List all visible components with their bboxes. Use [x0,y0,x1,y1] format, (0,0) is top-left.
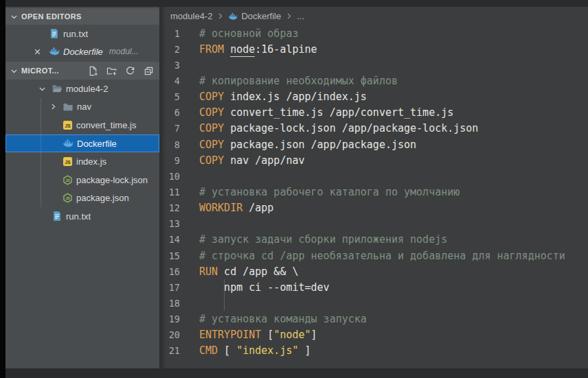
explorer-section-header[interactable]: MICROT... [5,62,159,80]
breadcrumb-item-module4-2[interactable]: module4-2 [170,11,212,21]
tree-chevron-slot [47,119,59,131]
breadcrumb-label: Dockerfile [241,11,281,21]
code-line-5[interactable]: 5COPY index.js /app/index.js [159,89,588,105]
line-number: 19 [159,314,180,324]
tree-item-label: package-lock.json [76,175,148,185]
tree-item-package-lock-json[interactable]: JSpackage-lock.json [5,171,159,189]
code-line-12[interactable]: 12WORKDIR /app [159,200,588,216]
code-line-15[interactable]: 15# строчка cd /app необязательна и доба… [159,248,588,263]
tree-chevron-slot [47,101,59,113]
line-number: 5 [159,91,180,102]
code-line-text: # копирование необходимых файлов [180,75,398,87]
code-line-13[interactable]: 13 [159,216,588,232]
code-line-text: FROM node:16-alpine [180,43,317,56]
code-line-text: # запуск задачи сборки приложения nodejs [180,233,447,246]
line-number: 6 [159,107,180,118]
breadcrumb-label: module4-2 [170,11,212,21]
code-line-4[interactable]: 4# копирование необходимых файлов [159,73,588,88]
tree-item-run-txt[interactable]: run.txt [5,207,159,226]
tree-item-dockerfile[interactable]: Dockerfile [5,134,159,153]
line-number: 10 [159,171,180,182]
open-editor-label: Dockerfile [63,47,103,57]
open-editors-header[interactable]: OPEN EDITORS [5,8,159,25]
line-number: 20 [159,329,180,340]
code-line-7[interactable]: 7COPY package-lock.json /app/package-loc… [159,121,588,137]
breadcrumb: module4-2Dockerfile... [159,7,588,25]
tree-chevron-slot [47,137,59,150]
line-number: 12 [159,202,180,213]
svg-text:JS: JS [65,196,70,200]
js-file-icon: JS [63,120,73,130]
refresh-explorer-button[interactable] [124,64,136,77]
open-editor-label: run.txt [63,29,88,39]
open-editor-close-slot [29,27,45,40]
new-file-icon [88,66,98,76]
workspace-title: MICROT... [21,67,59,75]
tree-item-label: index.js [76,156,106,167]
code-line-text: CMD [ "index.js" ] [180,344,311,357]
code-line-text: # установка команды запуска [180,313,367,325]
tree-chevron-slot [36,82,48,95]
open-editor-dockerfile[interactable]: Dockerfilemodul... [5,43,159,60]
breadcrumb-label: ... [297,11,304,21]
new-file-button[interactable] [87,64,99,77]
line-number: 21 [159,345,180,356]
new-folder-button[interactable] [105,64,117,77]
code-line-20[interactable]: 20ENTRYPOINT ["node"] [159,327,588,343]
tree-chevron-slot [47,192,59,204]
line-number: 4 [159,75,180,86]
code-line-16[interactable]: 16RUN cd /app && \ [159,263,588,279]
editor-pane[interactable]: module4-2Dockerfile... 1# основной образ… [159,7,588,368]
base-image-link[interactable]: node [230,43,255,57]
code-line-text: COPY index.js /app/index.js [180,91,367,103]
folder-open-icon [52,83,63,94]
code-line-text: COPY nav /app/nav [180,154,305,167]
line-number: 18 [159,298,180,309]
code-line-6[interactable]: 6COPY convert_time.js /app/convert_time.… [159,105,588,121]
code-line-8[interactable]: 8COPY package.json /app/package.json [159,137,588,152]
close-icon[interactable] [33,47,42,56]
code-line-text: # установка рабочего каталога по умолчан… [180,186,460,198]
chevron-down-icon [10,12,19,21]
line-number: 11 [159,187,180,198]
code-line-1[interactable]: 1# основной образ [159,25,588,41]
line-number: 8 [159,139,180,150]
chevron-right-icon [49,102,58,111]
collapse-folders-button[interactable] [142,64,155,77]
code-line-text: # основной образ [180,27,299,40]
open-editor-detail: modul... [109,47,139,56]
code-line-14[interactable]: 14# запуск задачи сборки приложения node… [159,232,588,248]
breadcrumb-item--[interactable]: ... [297,11,304,21]
line-number: 2 [159,44,180,55]
open-editors-list: run.txtDockerfilemodul... [5,25,159,60]
code-line-9[interactable]: 9COPY nav /app/nav [159,152,588,168]
docker-icon [63,138,74,149]
code-line-19[interactable]: 19# установка команды запуска [159,311,588,327]
code-line-11[interactable]: 11# установка рабочего каталога по умолч… [159,184,588,200]
line-number: 7 [159,123,180,134]
line-number: 16 [159,266,180,277]
chevron-down-icon [10,67,19,75]
code-line-21[interactable]: 21CMD [ "index.js" ] [159,343,588,359]
tree-chevron-slot [36,210,48,222]
code-line-2[interactable]: 2FROM node:16-alpine [159,41,588,57]
tree-item-package-json[interactable]: JSpackage.json [5,189,159,208]
json-file-icon: JS [63,193,73,203]
tree-item-label: module4-2 [66,84,108,94]
tree-item-index-js[interactable]: JSindex.js [5,152,159,171]
refresh-explorer-icon [125,66,135,76]
collapse-folders-icon [144,66,154,76]
tree-item-module4-2[interactable]: module4-2 [5,80,159,98]
tree-item-convert-time-js[interactable]: JSconvert_time.js [5,116,159,134]
breadcrumb-item-dockerfile[interactable]: Dockerfile [228,11,281,21]
explorer-actions [87,64,159,77]
code-editor[interactable]: 1# основной образ2FROM node:16-alpine34#… [159,25,588,359]
open-editor-run-txt[interactable]: run.txt [5,25,159,43]
code-line-3[interactable]: 3 [159,57,588,73]
code-line-10[interactable]: 10 [159,168,588,184]
folder-icon [63,102,74,113]
chevron-down-icon [38,84,47,93]
tree-item-nav[interactable]: nav [5,98,159,117]
svg-text:JS: JS [65,123,71,129]
tree-item-label: nav [77,102,91,112]
